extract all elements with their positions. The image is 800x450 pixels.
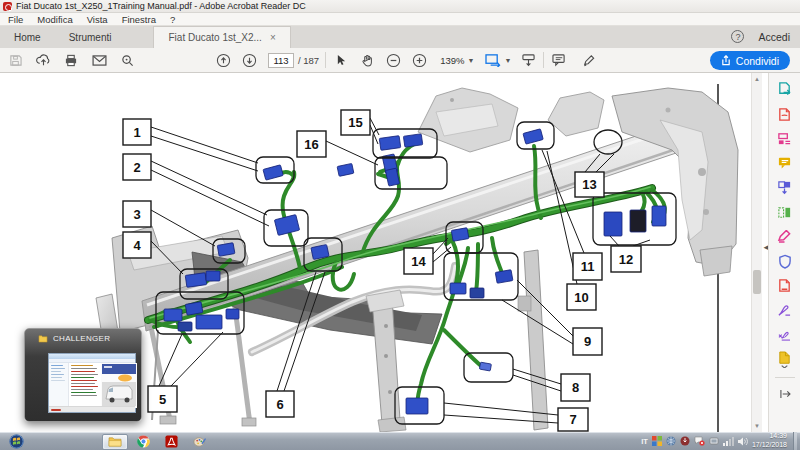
tab-close-icon[interactable]: × [270,32,276,43]
callout-leader-3 [151,210,215,246]
show-desktop-button[interactable] [793,432,797,450]
menu-modifica[interactable]: Modifica [37,14,72,25]
scrollbar-thumb[interactable] [753,270,761,294]
comment-icon[interactable] [550,51,568,69]
explorer-thumbnail[interactable] [48,353,136,413]
tool-edit-pdf[interactable] [776,130,793,147]
signin-button[interactable]: Accedi [758,31,790,43]
callout-leader-15 [370,125,378,144]
taskbar-paint-button[interactable] [186,434,212,450]
email-icon[interactable] [90,51,108,69]
tray-grip [626,434,634,448]
panel-expand-icon[interactable] [776,386,793,403]
scroll-up-icon[interactable]: ▲ [753,76,761,82]
tray-update-icon[interactable] [680,436,690,446]
taskbar-preview-popup[interactable]: CHALLENGER [24,328,142,422]
page-down-icon[interactable] [240,51,258,69]
taskbar-clock[interactable]: 14:39 17/12/2018 [752,432,787,450]
tool-fill-sign[interactable] [776,228,793,245]
tool-compress-pdf[interactable] [776,277,793,294]
tool-create-pdf[interactable] [776,106,793,123]
pencil-icon[interactable] [580,51,598,69]
tab-strumenti[interactable]: Strumenti [55,26,126,48]
tabbar: Home Strumenti Fiat Ducato 1st_X2... × [0,26,800,48]
callout-leader-16 [326,141,378,165]
van-preview-image [101,363,137,408]
tool-export-pdf[interactable] [776,81,793,98]
select-tool-icon[interactable] [332,51,350,69]
language-indicator[interactable]: IT [641,437,648,446]
share-button[interactable]: Condividi [710,51,790,70]
cloud-upload-icon[interactable] [34,51,52,69]
hand-tool-icon[interactable] [358,51,376,69]
callout-label-11: 11 [581,259,595,274]
page-up-icon[interactable] [214,51,232,69]
tool-protect[interactable] [776,253,793,270]
tray-signal-icon[interactable] [723,437,734,446]
callout-label-13: 13 [582,177,596,192]
menu-finestra[interactable]: Finestra [122,14,156,25]
preview-title: CHALLENGER [53,334,110,343]
callout-leader-1 [151,136,258,171]
titlebar: Fiat Ducato 1st_X250_1Training Manual.pd… [0,0,800,13]
page-scroll-icon[interactable] [519,51,537,69]
callout-leader-2 [151,161,267,215]
fit-width-caret[interactable]: ▼ [504,57,511,64]
callout-label-15: 15 [348,115,362,130]
tray-volume-icon[interactable] [738,437,748,446]
callout-label-4: 4 [133,238,141,253]
menu-help[interactable]: ? [170,14,175,25]
folder-icon [38,334,48,343]
callout-label-6: 6 [276,397,283,412]
vertical-scrollbar[interactable] [751,73,762,432]
acrobat-icon [165,435,178,448]
save-icon[interactable] [6,51,24,69]
taskbar-explorer-button[interactable] [102,434,128,450]
callout-label-9: 9 [584,334,591,349]
system-tray: IT 14:39 17/12/2018 [623,432,797,450]
callout-label-5: 5 [159,392,166,407]
zoom-level-select[interactable]: 139%▼ [440,55,474,66]
taskbar-acrobat-button[interactable] [158,434,184,450]
tools-panel [768,73,800,432]
callout-label-16: 16 [304,137,318,152]
print-icon[interactable] [62,51,80,69]
callout-label-1: 1 [133,125,140,140]
tool-organize-pages[interactable] [776,204,793,221]
callout-label-8: 8 [572,380,579,395]
callout-leader-1 [151,127,258,163]
tray-action-center-icon[interactable] [694,436,705,446]
callout-label-7: 7 [569,412,576,427]
zoom-in-icon[interactable] [410,51,428,69]
callout-leader-14 [433,247,451,262]
tool-certificates[interactable] [776,302,793,319]
page-total-label: / 187 [298,55,319,66]
menubar: File Modifica Vista Finestra ? [0,13,800,26]
fit-width-icon[interactable] [484,51,502,69]
chrome-icon [137,435,150,448]
tab-document[interactable]: Fiat Ducato 1st_X2... × [153,26,290,48]
help-icon[interactable]: ? [731,30,744,43]
callout-label-10: 10 [574,290,588,305]
scroll-down-icon[interactable]: ▼ [753,423,761,429]
callout-leader-2 [151,170,269,226]
menu-file[interactable]: File [8,14,23,25]
tray-app-icon[interactable] [652,436,662,446]
share-icon [721,55,731,66]
main-toolbar: 113 / 187 139%▼ ▼ [0,48,800,73]
zoom-out-icon[interactable] [384,51,402,69]
tray-device-icon[interactable] [709,436,719,446]
menu-vista[interactable]: Vista [87,14,108,25]
tool-more-tools[interactable] [776,351,793,368]
tool-request-signatures[interactable] [776,326,793,343]
tray-network-icon[interactable] [666,436,676,446]
tool-combine-files[interactable] [776,179,793,196]
page-number-input[interactable]: 113 [268,53,294,68]
tab-home[interactable]: Home [0,26,55,48]
explorer-icon [108,436,122,447]
search-icon[interactable] [118,51,136,69]
taskbar-chrome-button[interactable] [130,434,156,450]
start-button[interactable] [3,434,29,450]
window-title: Fiat Ducato 1st_X250_1Training Manual.pd… [16,1,306,11]
tool-comment[interactable] [776,155,793,172]
